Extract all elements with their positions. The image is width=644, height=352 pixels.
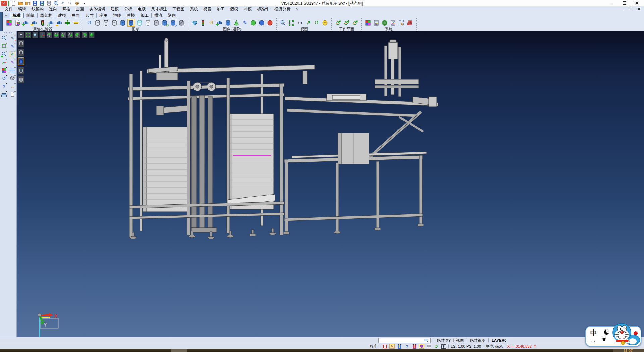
save-as-icon[interactable] bbox=[39, 1, 45, 6]
view-absolute-label[interactable]: 绝对 XY 上视图 bbox=[437, 338, 464, 343]
view-right-icon[interactable] bbox=[82, 32, 88, 38]
view-mode-label[interactable]: 绝对视图 bbox=[470, 338, 485, 343]
add-entities-icon[interactable] bbox=[64, 19, 71, 27]
copy-properties-icon[interactable] bbox=[14, 19, 21, 27]
tab-mould[interactable]: 塑膜 bbox=[110, 13, 124, 18]
status-eraser-icon[interactable] bbox=[397, 344, 402, 349]
cylinder-shaded-edges-icon[interactable] bbox=[127, 19, 135, 27]
cylinder-hidden-line-icon[interactable] bbox=[153, 19, 160, 27]
render-gem-icon[interactable] bbox=[191, 19, 198, 27]
open-recent-icon[interactable] bbox=[25, 1, 31, 6]
quick-access-dropdown[interactable] bbox=[81, 1, 87, 6]
cylinder-flat-icon[interactable] bbox=[144, 19, 152, 27]
workplane-axis-icon[interactable] bbox=[1, 59, 7, 65]
search-input[interactable] bbox=[379, 338, 424, 343]
viewport-zoom-window-icon[interactable] bbox=[25, 32, 31, 38]
zoom-tool-icon[interactable] bbox=[1, 35, 7, 41]
menu-dimension[interactable]: 尺寸标注 bbox=[148, 6, 170, 12]
view-back-icon[interactable] bbox=[67, 32, 73, 38]
zoom-extents-icon[interactable] bbox=[279, 19, 287, 27]
mdi-minimize-button[interactable] bbox=[619, 7, 625, 11]
viewport-axis-icon[interactable] bbox=[39, 32, 45, 38]
mdi-restore-button[interactable] bbox=[627, 7, 633, 11]
tab-reverse[interactable]: 逆向 bbox=[165, 13, 179, 18]
cylinder-wireframe3-icon[interactable] bbox=[111, 19, 118, 27]
solid-cube-icon[interactable] bbox=[9, 75, 16, 82]
cylinder-shaded-icon[interactable] bbox=[119, 19, 126, 27]
cylinder-regen-icon[interactable]: ↺ bbox=[161, 19, 168, 27]
color-table-icon[interactable] bbox=[364, 19, 372, 27]
tab-progress[interactable]: 冲模 bbox=[124, 13, 138, 18]
mdi-close-button[interactable] bbox=[636, 7, 642, 11]
eye-refresh-icon[interactable]: ↺ bbox=[47, 19, 55, 27]
render-plus-minus-icon[interactable] bbox=[216, 19, 223, 27]
menu-wireframe[interactable]: 线架构 bbox=[29, 6, 46, 12]
rendermode-shaded-icon[interactable] bbox=[18, 58, 24, 65]
menu-file[interactable]: 文件 bbox=[2, 6, 15, 12]
menu-flow-analysis[interactable]: 模流分析 bbox=[272, 6, 293, 12]
rotate-view-icon[interactable]: ↺ bbox=[313, 19, 320, 27]
ime-skin-icon[interactable] bbox=[601, 338, 607, 342]
menu-analysis[interactable]: 分析 bbox=[121, 6, 135, 12]
redo-icon[interactable]: ↷ bbox=[67, 1, 73, 6]
view-bottom-icon[interactable] bbox=[53, 32, 59, 38]
menu-mould[interactable]: 塑模 bbox=[227, 6, 241, 12]
render-pen-icon[interactable]: ✎ bbox=[241, 19, 249, 27]
menu-machining[interactable]: 加工 bbox=[214, 6, 227, 12]
attribute-table-icon[interactable] bbox=[389, 19, 397, 27]
cylinder-wireframe-icon[interactable] bbox=[94, 19, 101, 27]
tab-dropdown-button[interactable] bbox=[3, 13, 9, 18]
rendermode-hidden-line-icon[interactable] bbox=[18, 76, 24, 83]
spline-sketch-icon[interactable]: ✎ bbox=[9, 43, 16, 49]
tab-standard[interactable]: 标准 bbox=[10, 13, 24, 18]
grid-view-icon[interactable] bbox=[9, 67, 16, 74]
tab-application[interactable]: 应用 bbox=[96, 13, 110, 18]
render-cylinder-icon[interactable] bbox=[224, 19, 232, 27]
curve-sketch-icon[interactable]: ✎ bbox=[9, 59, 16, 65]
ime-mode-indicator[interactable]: 中 bbox=[590, 328, 597, 337]
zoom-window-icon[interactable] bbox=[288, 19, 295, 27]
workplane-move-icon[interactable] bbox=[343, 19, 350, 27]
view-top-icon[interactable] bbox=[46, 32, 52, 38]
menu-system[interactable]: 系统 bbox=[187, 6, 201, 12]
maximize-button[interactable] bbox=[618, 0, 631, 6]
status-edit-icon[interactable]: ✎ bbox=[389, 344, 395, 349]
eye-plus-minus-icon[interactable] bbox=[56, 19, 63, 27]
status-window-grid-icon[interactable] bbox=[441, 344, 446, 349]
sphere-green-icon[interactable] bbox=[250, 19, 257, 27]
remove-entities-icon[interactable] bbox=[72, 19, 80, 27]
tab-dimension[interactable]: 尺寸 bbox=[83, 13, 97, 18]
status-list-icon[interactable] bbox=[426, 344, 432, 349]
tab-modeling[interactable]: 建模 bbox=[55, 13, 69, 18]
regen-view-icon[interactable]: ↺ bbox=[1, 75, 7, 82]
cylinder-transparent-icon[interactable] bbox=[136, 19, 143, 27]
status-solid-snap-icon[interactable] bbox=[419, 344, 424, 349]
rendermode-shaded-edges-icon[interactable] bbox=[18, 67, 24, 74]
copy-page-icon[interactable] bbox=[9, 91, 16, 98]
regenerate-icon[interactable]: ↺ bbox=[86, 19, 93, 27]
render-refresh-icon[interactable]: ↺ bbox=[208, 19, 215, 27]
menu-progress[interactable]: 冲模 bbox=[241, 6, 254, 12]
view-left-icon[interactable] bbox=[74, 32, 80, 38]
status-help-icon[interactable]: ? bbox=[404, 344, 410, 349]
view-front-icon[interactable] bbox=[60, 32, 66, 38]
windows-taskbar-edge[interactable]: 11:07 bbox=[0, 349, 644, 352]
print-icon[interactable] bbox=[53, 1, 59, 6]
sphere-red-icon[interactable] bbox=[266, 19, 274, 27]
close-button[interactable] bbox=[631, 0, 643, 6]
selection-filter-icon[interactable] bbox=[398, 19, 405, 27]
status-package-icon[interactable] bbox=[412, 344, 417, 349]
tab-edit[interactable]: 编辑 bbox=[23, 13, 38, 18]
moon-icon[interactable] bbox=[604, 329, 609, 335]
zoom-in-out-icon[interactable] bbox=[1, 51, 7, 57]
tab-surface[interactable]: 曲面 bbox=[69, 13, 83, 18]
save-icon[interactable] bbox=[32, 1, 38, 6]
ime-punctuation-toggle[interactable]: ，。 bbox=[590, 337, 598, 343]
cylinder-tools-icon[interactable] bbox=[178, 19, 185, 27]
confirm-check-icon[interactable]: ✔ bbox=[9, 51, 16, 57]
status-record-icon[interactable] bbox=[382, 344, 387, 349]
help-query-icon[interactable]: ? bbox=[1, 83, 7, 90]
menu-help[interactable]: ? bbox=[293, 7, 301, 12]
cylinder-copy-icon[interactable]: ↗ bbox=[169, 19, 177, 27]
measure-distance-icon[interactable]: ↔ bbox=[9, 83, 16, 90]
